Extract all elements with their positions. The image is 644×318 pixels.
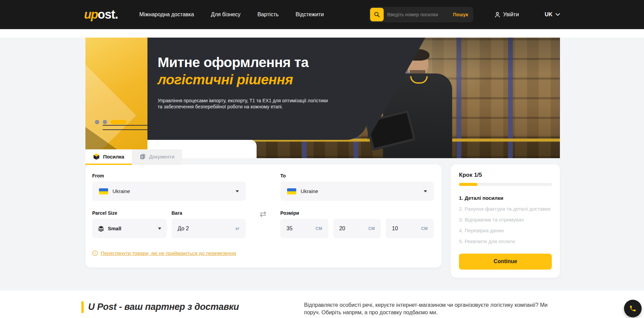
dimensions-label: Розміри <box>280 210 328 216</box>
main-nav: Міжнародна доставка Для бізнесу Вартість… <box>139 12 324 18</box>
dimension-height-value: 10 <box>392 226 398 232</box>
section-title: U Post - ваш партнер з доставки <box>88 302 239 312</box>
carousel-dot[interactable] <box>95 120 99 124</box>
info-icon <box>92 250 98 256</box>
person-icon <box>494 12 501 18</box>
ukraine-flag-icon <box>287 188 296 194</box>
accent-bar <box>81 301 84 313</box>
nav-item-pricing[interactable]: Вартість <box>257 12 279 18</box>
search-icon <box>374 12 380 18</box>
nav-item-international[interactable]: Міжнародна доставка <box>139 12 194 18</box>
tab-documents[interactable]: Документи <box>132 149 182 165</box>
weight-input[interactable]: До 2 кг <box>172 219 246 238</box>
chevron-down-icon <box>158 228 161 230</box>
dimension-unit: см <box>421 226 428 231</box>
steps-title: Крок 1/5 <box>459 172 552 178</box>
tab-parcel-label: Посилка <box>103 154 124 160</box>
login-button[interactable]: Увійти <box>494 12 519 18</box>
progress-bar <box>459 183 552 186</box>
chevron-down-icon <box>236 190 239 192</box>
language-selector[interactable]: UK <box>545 12 560 18</box>
hero-title-line1: Митне оформлення та <box>158 54 361 71</box>
parcel-box-icon <box>93 153 100 160</box>
step-item: 4. Перевірка даних <box>459 227 552 234</box>
steps-card: Крок 1/5 1. Деталі посилки 2. Рахунок-фа… <box>451 164 560 278</box>
search-submit[interactable]: Пошук <box>453 12 472 17</box>
swap-countries-button[interactable]: ⇄ <box>260 190 266 238</box>
parcel-size-label: Parcel Size <box>92 210 167 216</box>
envelope-lines <box>103 125 147 126</box>
swap-icon: ⇄ <box>260 209 266 218</box>
parcel-size-select[interactable]: Small <box>92 219 167 238</box>
tab-documents-label: Документи <box>149 154 175 160</box>
restricted-items-link-label: Переглянути товари, які не приймаються д… <box>101 250 236 256</box>
hero-banner: Митне оформлення та логістичні рішення У… <box>85 38 560 158</box>
from-country-value: Ukraine <box>113 188 130 194</box>
step-item: 3. Відправник та отримувач <box>459 216 552 223</box>
section-description: Відправляєте особисті речі, керуєте інте… <box>304 301 560 317</box>
continue-button[interactable]: Continue <box>459 254 552 270</box>
dimension-width-input[interactable]: 20 см <box>333 219 381 238</box>
logo-accent: up <box>84 7 98 22</box>
chevron-down-icon <box>556 13 560 16</box>
progress-fill <box>459 183 478 186</box>
from-label: From <box>92 173 246 178</box>
steps-list: 1. Деталі посилки 2. Рахунок-фактура та … <box>459 195 552 245</box>
tab-parcel[interactable]: Посилка <box>85 149 132 165</box>
weight-unit: кг <box>236 226 240 231</box>
parcel-size-value: Small <box>108 226 121 231</box>
step-item: 2. Рахунок-фактура та деталі доставки <box>459 206 552 212</box>
phone-icon <box>629 305 637 312</box>
language-label: UK <box>545 12 552 18</box>
chevron-down-icon <box>424 190 427 192</box>
from-country-select[interactable]: Ukraine <box>92 182 246 201</box>
restricted-items-link[interactable]: Переглянути товари, які не приймаються д… <box>92 250 236 256</box>
weight-value: До 2 <box>178 226 189 232</box>
search-button[interactable] <box>370 8 384 21</box>
top-section: Митне оформлення та логістичні рішення У… <box>0 38 644 291</box>
layers-icon <box>98 225 104 232</box>
carousel-dot-active[interactable] <box>110 120 127 124</box>
to-country-select[interactable]: Ukraine <box>280 182 434 201</box>
dimension-unit: см <box>368 226 375 231</box>
dimension-unit: см <box>316 226 322 231</box>
dimension-height-input[interactable]: 10 см <box>386 219 434 238</box>
carousel-dot[interactable] <box>103 120 107 124</box>
carousel-dots <box>95 120 127 124</box>
dimension-length-value: 35 <box>286 226 293 232</box>
phone-chat-button[interactable] <box>624 300 642 317</box>
step-item: 5. Реквізити для оплати <box>459 238 552 245</box>
step-item: 1. Деталі посилки <box>459 195 552 202</box>
envelope-graphic <box>85 38 147 158</box>
partner-section: U Post - ваш партнер з доставки Відправл… <box>0 291 644 317</box>
search-input[interactable] <box>384 12 453 17</box>
logo[interactable]: up ost. <box>84 7 118 22</box>
logo-rest: ost. <box>98 7 118 22</box>
calculator-form-card: From Ukraine Parcel Size <box>85 164 442 268</box>
nav-item-track[interactable]: Відстежити <box>296 12 324 18</box>
header: up ost. Міжнародна доставка Для бізнесу … <box>0 0 644 29</box>
to-label: To <box>280 173 434 178</box>
to-country-value: Ukraine <box>301 188 318 194</box>
section-heading: U Post - ваш партнер з доставки <box>81 301 239 313</box>
search-bar: Пошук <box>369 7 473 22</box>
hero-title-line2: логістичні рішення <box>158 71 361 88</box>
nav-item-business[interactable]: Для бізнесу <box>211 12 240 18</box>
weight-label: Вага <box>172 210 246 216</box>
hero-text-panel: Митне оформлення та логістичні рішення У… <box>147 38 368 140</box>
hero-description: Управління процесами імпорту, експорту, … <box>158 98 332 110</box>
dimension-length-input[interactable]: 35 см <box>280 219 328 238</box>
login-label: Увійти <box>503 12 519 18</box>
shipment-type-tabs: Посилка Документи <box>85 149 182 165</box>
dimension-width-value: 20 <box>339 226 345 232</box>
documents-icon <box>139 153 146 160</box>
ukraine-flag-icon <box>99 188 108 194</box>
